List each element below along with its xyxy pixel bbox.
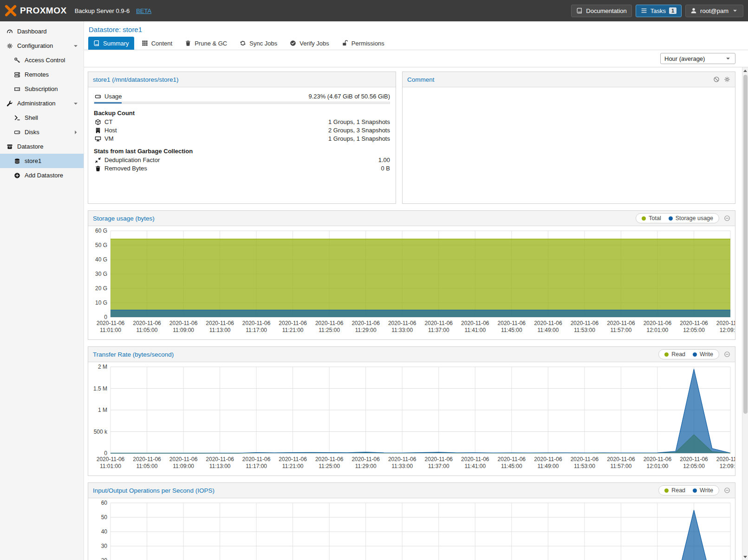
collapse-icon[interactable]	[724, 351, 730, 358]
legend-label: Read	[671, 351, 685, 358]
tab-sync-jobs[interactable]: Sync Jobs	[234, 37, 282, 50]
svg-text:2020-11-06: 2020-11-06	[315, 456, 344, 462]
triangle-up-icon	[743, 70, 747, 72]
legend-item-storage-usage[interactable]: Storage usage	[669, 215, 713, 221]
svg-text:11:17:00: 11:17:00	[246, 463, 267, 469]
legend-label: Write	[700, 487, 713, 494]
svg-text:40 G: 40 G	[95, 256, 107, 263]
svg-text:11:13:00: 11:13:00	[209, 463, 231, 469]
wrench-icon	[6, 100, 14, 107]
beta-link[interactable]: BETA	[136, 7, 151, 14]
svg-text:2020-11-06: 2020-11-06	[133, 320, 161, 326]
tasks-label: Tasks	[650, 7, 666, 14]
storage-usage-panel-header: Storage usage (bytes)TotalStorage usage	[88, 211, 735, 226]
svg-text:2020-11-06: 2020-11-06	[425, 456, 453, 462]
sidebar-item-dashboard[interactable]: Dashboard	[0, 24, 84, 39]
vertical-scrollbar[interactable]	[742, 67, 748, 560]
svg-text:20 G: 20 G	[95, 285, 107, 292]
storage-usage-legend: TotalStorage usage	[636, 213, 730, 223]
svg-text:11:41:00: 11:41:00	[464, 327, 486, 333]
svg-text:11:53:00: 11:53:00	[574, 463, 595, 469]
legend-item-total[interactable]: Total	[642, 215, 661, 221]
tab-permissions[interactable]: Permissions	[337, 37, 390, 50]
collapse-icon[interactable]	[724, 487, 730, 494]
svg-text:2020-11-06: 2020-11-06	[607, 320, 635, 326]
scroll-down-button[interactable]	[742, 553, 748, 560]
svg-text:2020-11-06: 2020-11-06	[461, 456, 489, 462]
tab-prune-gc[interactable]: Prune & GC	[180, 37, 232, 50]
transfer-rate-legend: ReadWrite	[658, 349, 730, 359]
svg-text:11:53:00: 11:53:00	[574, 327, 595, 333]
terminal-icon	[13, 115, 21, 121]
sidebar-item-shell[interactable]: Shell	[0, 111, 84, 125]
toolbar: Hour (average)	[84, 50, 748, 67]
svg-text:11:21:00: 11:21:00	[282, 463, 304, 469]
legend-dot	[693, 488, 697, 493]
legend-item-write[interactable]: Write	[693, 351, 713, 358]
main-content: Datastore: store1 SummaryContentPrune & …	[84, 21, 748, 560]
iops-title: Input/Output Operations per Second (IOPS…	[93, 487, 215, 494]
scroll-up-button[interactable]	[742, 67, 748, 74]
svg-text:11:49:00: 11:49:00	[537, 463, 559, 469]
svg-text:2020-11-06: 2020-11-06	[169, 456, 198, 462]
grid-icon	[142, 40, 148, 46]
sidebar-item-add-datastore[interactable]: Add Datastore	[0, 168, 84, 182]
iops-chart: 2020-11-0611:01:002020-11-0611:05:002020…	[88, 498, 735, 560]
svg-text:11:09:00: 11:09:00	[173, 463, 194, 469]
page-title: Datastore: store1	[84, 21, 748, 37]
status-row-deduplication-factor: Deduplication Factor1.00	[94, 156, 390, 163]
proxmox-logo-icon	[5, 5, 17, 17]
svg-text:1.5 M: 1.5 M	[93, 385, 107, 392]
transfer-rate-chart: 2020-11-0611:01:002020-11-0611:05:002020…	[88, 362, 735, 475]
gear-icon[interactable]	[724, 76, 730, 83]
svg-text:2020-11-06: 2020-11-06	[242, 456, 271, 462]
legend-item-write[interactable]: Write	[693, 487, 713, 494]
tab-summary[interactable]: Summary	[88, 37, 134, 50]
legend-label: Write	[700, 351, 713, 358]
legend-pill: ReadWrite	[658, 485, 719, 495]
svg-text:0: 0	[104, 314, 107, 320]
sidebar-item-remotes[interactable]: Remotes	[0, 67, 84, 82]
sidebar-item-subscription[interactable]: Subscription	[0, 82, 84, 96]
section-title-stats-from-last-garbage-collection: Stats from last Garbage Collection	[94, 148, 390, 155]
svg-text:2020-11-06: 2020-11-06	[279, 320, 307, 326]
documentation-label: Documentation	[586, 7, 626, 14]
usage-value: 9.23% (4.67 GiB of 50.56 GiB)	[308, 93, 390, 100]
sidebar-item-label: Remotes	[25, 71, 49, 78]
svg-text:2020-11-06: 2020-11-06	[571, 456, 599, 462]
legend-item-read[interactable]: Read	[664, 351, 685, 358]
top-bar: PROXMOX Backup Server 0.9-6 BETA Documen…	[0, 0, 748, 21]
sidebar-item-access-control[interactable]: Access Control	[0, 53, 84, 67]
check-circle-icon	[290, 40, 296, 46]
sidebar-item-label: Subscription	[25, 85, 58, 92]
gears-icon	[6, 43, 14, 49]
svg-text:11:49:00: 11:49:00	[537, 327, 559, 333]
tab-verify-jobs[interactable]: Verify Jobs	[285, 37, 334, 50]
user-menu-button[interactable]: root@pam	[685, 5, 743, 17]
sidebar-item-label: Disks	[25, 129, 39, 136]
sidebar-item-configuration[interactable]: Configuration	[0, 39, 84, 53]
sidebar-item-administration[interactable]: Administration	[0, 96, 84, 111]
scrollbar-thumb[interactable]	[743, 75, 748, 414]
collapse-icon[interactable]	[724, 215, 730, 221]
circle-slash-icon[interactable]	[713, 76, 720, 83]
usage-row: Usage9.23% (4.67 GiB of 50.56 GiB)	[94, 93, 390, 100]
iops-panel-header: Input/Output Operations per Second (IOPS…	[88, 483, 735, 498]
svg-text:2020-11-06: 2020-11-06	[133, 456, 161, 462]
sidebar-item-datastore[interactable]: Datastore	[0, 139, 84, 154]
svg-text:2020-11-06: 2020-11-06	[461, 320, 489, 326]
sidebar-item-store1[interactable]: store1	[0, 154, 84, 168]
timeframe-select[interactable]: Hour (average)	[660, 53, 735, 64]
hdd-icon	[94, 93, 102, 100]
svg-text:2020-11-06: 2020-11-06	[425, 320, 453, 326]
tab-label: Prune & GC	[195, 40, 227, 47]
svg-text:2020-11-06: 2020-11-06	[351, 456, 380, 462]
comment-content	[403, 87, 735, 97]
documentation-button[interactable]: Documentation	[571, 5, 631, 17]
tab-content[interactable]: Content	[137, 37, 178, 50]
svg-text:12:01:00: 12:01:00	[647, 327, 669, 333]
tab-bar: SummaryContentPrune & GCSync JobsVerify …	[84, 37, 748, 50]
sidebar-item-disks[interactable]: Disks	[0, 125, 84, 139]
legend-item-read[interactable]: Read	[664, 487, 685, 494]
tasks-button[interactable]: Tasks 1	[636, 5, 682, 17]
